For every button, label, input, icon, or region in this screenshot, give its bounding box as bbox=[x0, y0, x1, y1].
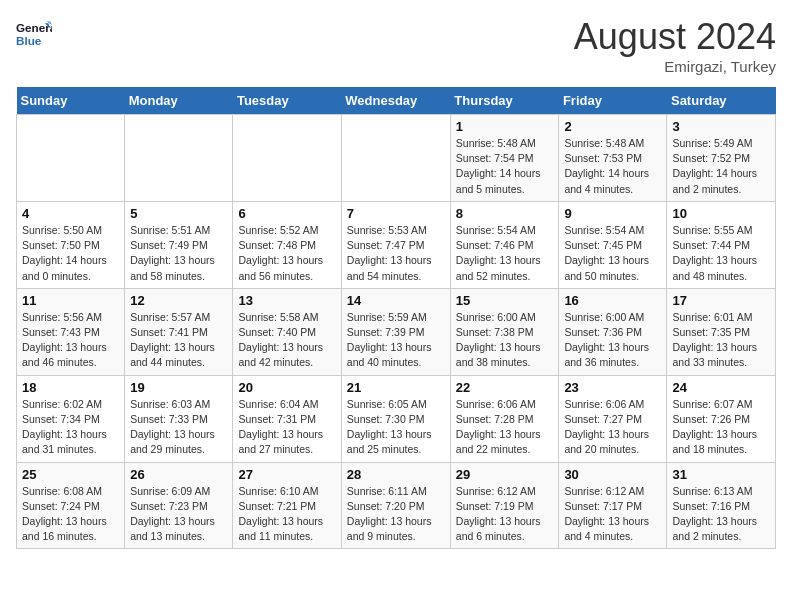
weekday-header-wednesday: Wednesday bbox=[341, 87, 450, 115]
day-info: Sunrise: 5:51 AM Sunset: 7:49 PM Dayligh… bbox=[130, 223, 227, 284]
day-number: 23 bbox=[564, 380, 661, 395]
day-info: Sunrise: 5:50 AM Sunset: 7:50 PM Dayligh… bbox=[22, 223, 119, 284]
calendar-cell: 4Sunrise: 5:50 AM Sunset: 7:50 PM Daylig… bbox=[17, 201, 125, 288]
calendar-cell: 3Sunrise: 5:49 AM Sunset: 7:52 PM Daylig… bbox=[667, 115, 776, 202]
calendar-cell: 25Sunrise: 6:08 AM Sunset: 7:24 PM Dayli… bbox=[17, 462, 125, 549]
calendar-cell: 22Sunrise: 6:06 AM Sunset: 7:28 PM Dayli… bbox=[450, 375, 559, 462]
page-header: General Blue August 2024 Emirgazi, Turke… bbox=[16, 16, 776, 75]
weekday-header-saturday: Saturday bbox=[667, 87, 776, 115]
calendar-cell: 8Sunrise: 5:54 AM Sunset: 7:46 PM Daylig… bbox=[450, 201, 559, 288]
day-number: 27 bbox=[238, 467, 335, 482]
calendar-cell bbox=[125, 115, 233, 202]
weekday-header-thursday: Thursday bbox=[450, 87, 559, 115]
calendar-cell: 7Sunrise: 5:53 AM Sunset: 7:47 PM Daylig… bbox=[341, 201, 450, 288]
svg-text:General: General bbox=[16, 21, 52, 34]
calendar-cell: 11Sunrise: 5:56 AM Sunset: 7:43 PM Dayli… bbox=[17, 288, 125, 375]
day-number: 5 bbox=[130, 206, 227, 221]
day-info: Sunrise: 5:59 AM Sunset: 7:39 PM Dayligh… bbox=[347, 310, 445, 371]
calendar-cell: 2Sunrise: 5:48 AM Sunset: 7:53 PM Daylig… bbox=[559, 115, 667, 202]
day-number: 21 bbox=[347, 380, 445, 395]
logo-icon: General Blue bbox=[16, 16, 52, 52]
day-number: 4 bbox=[22, 206, 119, 221]
day-info: Sunrise: 5:55 AM Sunset: 7:44 PM Dayligh… bbox=[672, 223, 770, 284]
calendar-cell: 6Sunrise: 5:52 AM Sunset: 7:48 PM Daylig… bbox=[233, 201, 341, 288]
calendar-cell: 23Sunrise: 6:06 AM Sunset: 7:27 PM Dayli… bbox=[559, 375, 667, 462]
weekday-header-monday: Monday bbox=[125, 87, 233, 115]
calendar-cell: 31Sunrise: 6:13 AM Sunset: 7:16 PM Dayli… bbox=[667, 462, 776, 549]
week-row-1: 1Sunrise: 5:48 AM Sunset: 7:54 PM Daylig… bbox=[17, 115, 776, 202]
day-info: Sunrise: 6:02 AM Sunset: 7:34 PM Dayligh… bbox=[22, 397, 119, 458]
day-number: 8 bbox=[456, 206, 554, 221]
day-number: 12 bbox=[130, 293, 227, 308]
title-block: August 2024 Emirgazi, Turkey bbox=[574, 16, 776, 75]
day-info: Sunrise: 5:57 AM Sunset: 7:41 PM Dayligh… bbox=[130, 310, 227, 371]
day-number: 10 bbox=[672, 206, 770, 221]
day-info: Sunrise: 6:06 AM Sunset: 7:28 PM Dayligh… bbox=[456, 397, 554, 458]
day-info: Sunrise: 6:03 AM Sunset: 7:33 PM Dayligh… bbox=[130, 397, 227, 458]
calendar-cell: 13Sunrise: 5:58 AM Sunset: 7:40 PM Dayli… bbox=[233, 288, 341, 375]
calendar-cell: 28Sunrise: 6:11 AM Sunset: 7:20 PM Dayli… bbox=[341, 462, 450, 549]
day-number: 13 bbox=[238, 293, 335, 308]
calendar-table: SundayMondayTuesdayWednesdayThursdayFrid… bbox=[16, 87, 776, 549]
day-info: Sunrise: 6:01 AM Sunset: 7:35 PM Dayligh… bbox=[672, 310, 770, 371]
day-number: 22 bbox=[456, 380, 554, 395]
day-number: 24 bbox=[672, 380, 770, 395]
day-info: Sunrise: 6:00 AM Sunset: 7:38 PM Dayligh… bbox=[456, 310, 554, 371]
day-info: Sunrise: 5:52 AM Sunset: 7:48 PM Dayligh… bbox=[238, 223, 335, 284]
day-info: Sunrise: 5:49 AM Sunset: 7:52 PM Dayligh… bbox=[672, 136, 770, 197]
day-info: Sunrise: 6:06 AM Sunset: 7:27 PM Dayligh… bbox=[564, 397, 661, 458]
day-number: 20 bbox=[238, 380, 335, 395]
day-number: 14 bbox=[347, 293, 445, 308]
calendar-cell: 10Sunrise: 5:55 AM Sunset: 7:44 PM Dayli… bbox=[667, 201, 776, 288]
day-info: Sunrise: 6:05 AM Sunset: 7:30 PM Dayligh… bbox=[347, 397, 445, 458]
calendar-cell: 1Sunrise: 5:48 AM Sunset: 7:54 PM Daylig… bbox=[450, 115, 559, 202]
day-info: Sunrise: 5:48 AM Sunset: 7:53 PM Dayligh… bbox=[564, 136, 661, 197]
day-number: 6 bbox=[238, 206, 335, 221]
day-info: Sunrise: 5:53 AM Sunset: 7:47 PM Dayligh… bbox=[347, 223, 445, 284]
day-info: Sunrise: 6:11 AM Sunset: 7:20 PM Dayligh… bbox=[347, 484, 445, 545]
day-number: 18 bbox=[22, 380, 119, 395]
month-title: August 2024 bbox=[574, 16, 776, 58]
day-info: Sunrise: 6:09 AM Sunset: 7:23 PM Dayligh… bbox=[130, 484, 227, 545]
day-info: Sunrise: 5:54 AM Sunset: 7:46 PM Dayligh… bbox=[456, 223, 554, 284]
calendar-cell: 5Sunrise: 5:51 AM Sunset: 7:49 PM Daylig… bbox=[125, 201, 233, 288]
day-number: 25 bbox=[22, 467, 119, 482]
week-row-3: 11Sunrise: 5:56 AM Sunset: 7:43 PM Dayli… bbox=[17, 288, 776, 375]
day-info: Sunrise: 5:56 AM Sunset: 7:43 PM Dayligh… bbox=[22, 310, 119, 371]
calendar-cell bbox=[341, 115, 450, 202]
calendar-cell: 29Sunrise: 6:12 AM Sunset: 7:19 PM Dayli… bbox=[450, 462, 559, 549]
day-info: Sunrise: 6:13 AM Sunset: 7:16 PM Dayligh… bbox=[672, 484, 770, 545]
calendar-cell: 26Sunrise: 6:09 AM Sunset: 7:23 PM Dayli… bbox=[125, 462, 233, 549]
calendar-cell: 17Sunrise: 6:01 AM Sunset: 7:35 PM Dayli… bbox=[667, 288, 776, 375]
day-number: 11 bbox=[22, 293, 119, 308]
day-info: Sunrise: 5:58 AM Sunset: 7:40 PM Dayligh… bbox=[238, 310, 335, 371]
day-number: 30 bbox=[564, 467, 661, 482]
calendar-cell: 30Sunrise: 6:12 AM Sunset: 7:17 PM Dayli… bbox=[559, 462, 667, 549]
calendar-cell: 12Sunrise: 5:57 AM Sunset: 7:41 PM Dayli… bbox=[125, 288, 233, 375]
calendar-cell: 16Sunrise: 6:00 AM Sunset: 7:36 PM Dayli… bbox=[559, 288, 667, 375]
day-number: 7 bbox=[347, 206, 445, 221]
calendar-cell: 19Sunrise: 6:03 AM Sunset: 7:33 PM Dayli… bbox=[125, 375, 233, 462]
day-info: Sunrise: 5:48 AM Sunset: 7:54 PM Dayligh… bbox=[456, 136, 554, 197]
day-number: 3 bbox=[672, 119, 770, 134]
day-number: 1 bbox=[456, 119, 554, 134]
weekday-header-sunday: Sunday bbox=[17, 87, 125, 115]
day-number: 9 bbox=[564, 206, 661, 221]
day-info: Sunrise: 6:00 AM Sunset: 7:36 PM Dayligh… bbox=[564, 310, 661, 371]
day-info: Sunrise: 6:04 AM Sunset: 7:31 PM Dayligh… bbox=[238, 397, 335, 458]
week-row-4: 18Sunrise: 6:02 AM Sunset: 7:34 PM Dayli… bbox=[17, 375, 776, 462]
week-row-2: 4Sunrise: 5:50 AM Sunset: 7:50 PM Daylig… bbox=[17, 201, 776, 288]
day-info: Sunrise: 6:12 AM Sunset: 7:17 PM Dayligh… bbox=[564, 484, 661, 545]
weekday-header-row: SundayMondayTuesdayWednesdayThursdayFrid… bbox=[17, 87, 776, 115]
day-number: 16 bbox=[564, 293, 661, 308]
day-info: Sunrise: 6:10 AM Sunset: 7:21 PM Dayligh… bbox=[238, 484, 335, 545]
day-number: 19 bbox=[130, 380, 227, 395]
logo: General Blue bbox=[16, 16, 52, 52]
weekday-header-friday: Friday bbox=[559, 87, 667, 115]
calendar-cell: 9Sunrise: 5:54 AM Sunset: 7:45 PM Daylig… bbox=[559, 201, 667, 288]
weekday-header-tuesday: Tuesday bbox=[233, 87, 341, 115]
day-info: Sunrise: 5:54 AM Sunset: 7:45 PM Dayligh… bbox=[564, 223, 661, 284]
calendar-cell bbox=[233, 115, 341, 202]
day-number: 29 bbox=[456, 467, 554, 482]
calendar-cell: 27Sunrise: 6:10 AM Sunset: 7:21 PM Dayli… bbox=[233, 462, 341, 549]
